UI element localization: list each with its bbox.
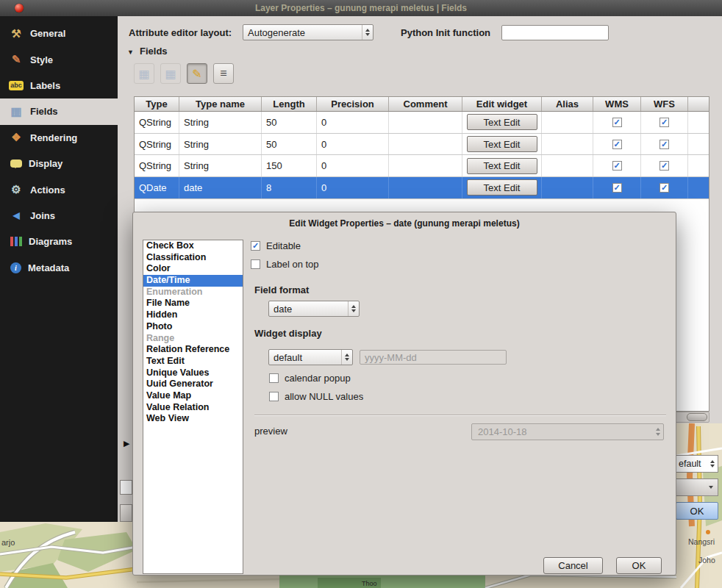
python-init-function-input[interactable] (501, 25, 609, 40)
wms-checkbox[interactable]: ✓ (612, 161, 622, 171)
widget-type-item[interactable]: Check Box (143, 240, 243, 252)
label-on-top-checkbox[interactable] (251, 259, 260, 269)
widget-display-value: default (269, 352, 341, 363)
field-format-value: date (269, 304, 348, 315)
cell-wfs: ✓ (641, 112, 688, 133)
widget-type-item[interactable]: Value Relation (143, 402, 243, 414)
attribute-editor-layout-dropdown[interactable]: Autogenerate (243, 24, 373, 40)
background-dropdown[interactable] (676, 478, 718, 496)
widget-type-item[interactable]: Range (143, 333, 243, 345)
delete-column-button[interactable]: ▦ (160, 63, 181, 84)
cancel-button[interactable]: Cancel (543, 557, 603, 574)
partial-widget-sliver[interactable] (120, 504, 132, 522)
widget-type-item[interactable]: Hidden (143, 309, 243, 321)
toggle-editing-button[interactable]: ✎ (187, 63, 207, 84)
allow-null-checkbox[interactable] (269, 392, 279, 401)
cell-comment (389, 134, 462, 155)
sidebar-item-labels[interactable]: abc Labels (0, 73, 118, 98)
widget-type-item[interactable]: Classification (143, 252, 243, 264)
scrollbar-thumb[interactable] (687, 413, 707, 421)
widget-type-item[interactable]: Relation Reference (143, 344, 243, 356)
left-panel-strip: ▶ (118, 423, 132, 522)
widget-type-item[interactable]: Unique Values (143, 368, 243, 379)
cell-alias (542, 177, 593, 198)
allow-null-label: allow NULL values (285, 391, 363, 402)
sidebar-item-style[interactable]: ✎ Style (0, 46, 118, 72)
sidebar-item-metadata[interactable]: i Metadata (0, 255, 118, 281)
sidebar-item-label: Fields (30, 106, 58, 117)
cell-length: 150 (262, 155, 317, 176)
editable-checkbox[interactable]: ✓ (251, 241, 260, 251)
wms-checkbox[interactable]: ✓ (612, 140, 622, 149)
wms-checkbox[interactable]: ✓ (612, 118, 622, 127)
sidebar-item-fields[interactable]: ▦ Fields (0, 98, 118, 124)
editable-label: Editable (266, 240, 301, 251)
text-edit-button[interactable]: Text Edit (467, 136, 537, 152)
window-close-button[interactable] (15, 4, 24, 12)
checkmark-icon: ✓ (252, 242, 259, 250)
map-label: Thoo (362, 580, 377, 587)
section-collapse-arrow-icon[interactable]: ▼ (127, 49, 134, 56)
wfs-checkbox[interactable]: ✓ (660, 161, 669, 171)
field-format-dropdown[interactable]: date (268, 301, 360, 317)
checkmark-icon: ✓ (613, 162, 620, 170)
sidebar-item-rendering[interactable]: ❖ Rendering (0, 125, 118, 151)
cell-wms: ✓ (593, 134, 641, 155)
partial-widget-sliver[interactable] (120, 480, 132, 495)
editable-checkbox-row: ✓ Editable (251, 240, 301, 251)
wfs-checkbox[interactable]: ✓ (660, 183, 669, 193)
sidebar-item-actions[interactable]: ⚙ Actions (0, 176, 118, 202)
cell-type-name: String (179, 155, 262, 176)
cell-edit-widget: Text Edit (462, 177, 542, 198)
ok-button[interactable]: OK (616, 557, 662, 574)
text-edit-button[interactable]: Text Edit (467, 114, 537, 130)
calendar-popup-label: calendar popup (285, 373, 351, 384)
background-ok-button[interactable]: OK (676, 502, 718, 520)
text-edit-button[interactable]: Text Edit (467, 158, 537, 174)
attribute-editor-layout-value: Autogenerate (243, 27, 362, 38)
cell-wms: ✓ (593, 177, 641, 198)
widget-type-item[interactable]: Value Map (143, 390, 243, 402)
table-row[interactable]: QString String 150 0 Text Edit ✓ ✓ (135, 155, 709, 177)
new-column-button[interactable]: ▦ (134, 63, 154, 84)
table-row[interactable]: QString String 50 0 Text Edit ✓ ✓ (135, 112, 709, 134)
panel-expand-arrow-icon[interactable]: ▶ (124, 439, 129, 448)
cell-wfs: ✓ (641, 155, 688, 176)
wfs-checkbox[interactable]: ✓ (660, 140, 669, 149)
field-calculator-button[interactable]: ≡ (213, 63, 234, 84)
window-titlebar: Layer Properties – gunung merapi meletus… (0, 0, 722, 16)
widget-type-item[interactable]: Color (143, 263, 243, 275)
widget-type-item[interactable]: File Name (143, 298, 243, 309)
cell-alias (542, 112, 593, 133)
table-row-selected[interactable]: QDate date 8 0 Text Edit ✓ ✓ (135, 177, 709, 199)
text-edit-button[interactable]: Text Edit (467, 179, 537, 196)
wfs-checkbox[interactable]: ✓ (660, 118, 669, 127)
cell-type-name: String (179, 134, 262, 155)
checkmark-icon: ✓ (661, 184, 668, 192)
sidebar-item-general[interactable]: ⚒ General (0, 21, 118, 46)
preview-date-field[interactable]: 2014-10-18 (471, 423, 664, 440)
allow-null-checkbox-row: allow NULL values (269, 391, 363, 402)
widget-type-item[interactable]: Uuid Generator (143, 379, 243, 390)
sidebar-item-joins[interactable]: ◀ Joins (0, 203, 118, 229)
cell-filler (688, 134, 709, 155)
widget-type-item[interactable]: Photo (143, 321, 243, 333)
checkmark-icon: ✓ (613, 118, 620, 126)
field-format-label: Field format (254, 284, 309, 295)
sidebar-item-display[interactable]: Display (0, 151, 118, 176)
sidebar-item-label: Joins (30, 210, 55, 221)
calendar-popup-checkbox[interactable] (269, 373, 279, 383)
background-default-combo[interactable]: efault (676, 455, 718, 473)
display-format-field[interactable]: yyyy-MM-dd (360, 350, 507, 365)
widget-display-dropdown[interactable]: default (268, 349, 353, 365)
sidebar-item-diagrams[interactable]: Diagrams (0, 229, 118, 254)
widget-type-item-selected[interactable]: Date/Time (143, 275, 243, 287)
widget-type-item[interactable]: Enumeration (143, 287, 243, 298)
sidebar-item-label: General (30, 28, 65, 39)
table-row[interactable]: QString String 50 0 Text Edit ✓ ✓ (135, 134, 709, 156)
widget-type-item[interactable]: Web View (143, 413, 243, 425)
widget-type-item[interactable]: Text Edit (143, 356, 243, 368)
column-header-precision: Precision (317, 97, 389, 111)
wms-checkbox[interactable]: ✓ (612, 183, 622, 193)
column-header-type-name: Type name (179, 97, 262, 111)
